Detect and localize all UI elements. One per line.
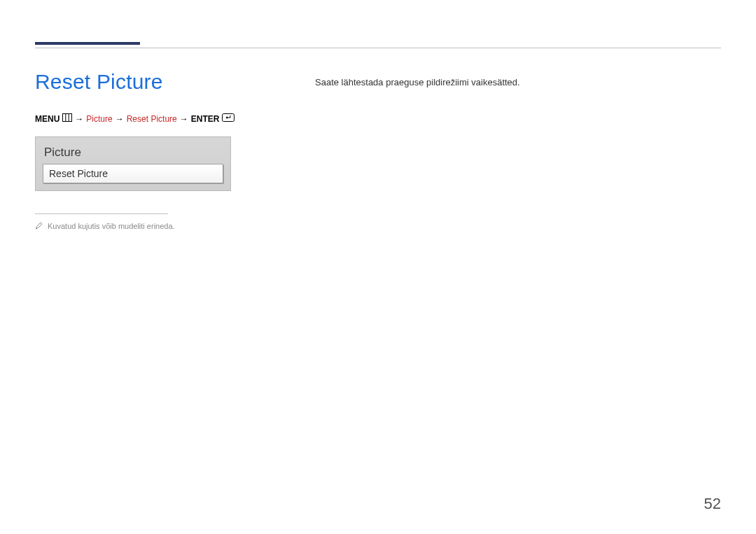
right-column: Saate lähtestada praeguse pildirežiimi v… [315, 70, 721, 231]
breadcrumb-arrow-2: → [115, 114, 124, 124]
description-text: Saate lähtestada praeguse pildirežiimi v… [315, 77, 721, 87]
breadcrumb-picture: Picture [86, 114, 112, 124]
breadcrumb-arrow-1: → [75, 114, 83, 124]
page-root: Reset Picture MENU → Picture → Reset Pic… [0, 0, 756, 534]
top-rule-area [35, 35, 721, 49]
page-number: 52 [704, 495, 721, 513]
footnote-divider [35, 213, 168, 214]
menu-panel: Picture Reset Picture [35, 136, 231, 191]
footnote-text: Kuvatud kujutis võib mudeliti erineda. [48, 222, 175, 230]
left-column: Reset Picture MENU → Picture → Reset Pic… [35, 70, 315, 231]
footnote: Kuvatud kujutis võib mudeliti erineda. [35, 221, 294, 231]
content-row: Reset Picture MENU → Picture → Reset Pic… [35, 70, 721, 231]
page-title: Reset Picture [35, 70, 294, 94]
menu-grid-icon [62, 113, 72, 124]
pencil-icon [35, 221, 43, 231]
menu-panel-header: Picture [43, 143, 223, 164]
breadcrumb-enter-label: ENTER [191, 114, 220, 124]
breadcrumb-arrow-3: → [180, 114, 188, 124]
enter-icon [222, 113, 234, 124]
top-divider [35, 48, 721, 48]
svg-rect-0 [63, 114, 72, 122]
breadcrumb-reset-picture: Reset Picture [127, 114, 177, 124]
breadcrumb: MENU → Picture → Reset Picture → ENTER [35, 113, 294, 124]
breadcrumb-menu-label: MENU [35, 114, 59, 124]
menu-item-reset-picture[interactable]: Reset Picture [43, 164, 223, 183]
top-accent-bar [35, 42, 140, 45]
